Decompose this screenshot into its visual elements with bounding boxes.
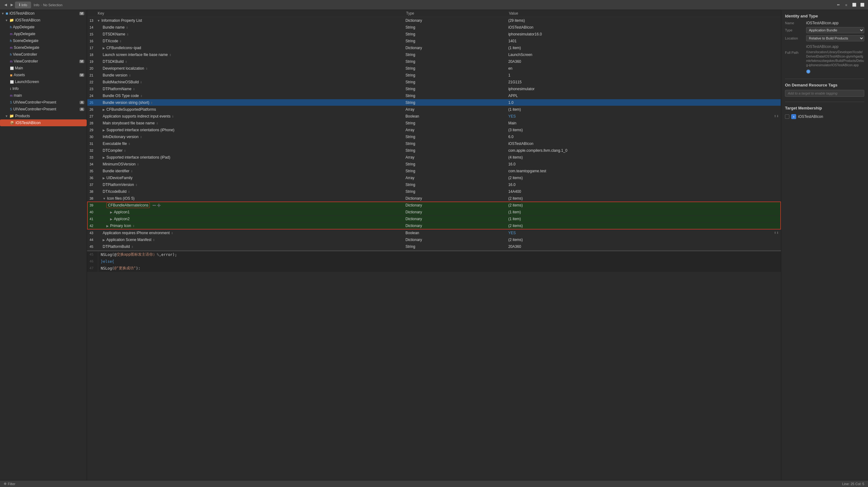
table-row[interactable]: 28 Main storyboard file base name⇕ Strin… xyxy=(87,120,781,127)
table-row[interactable]: 36 ▶UIDeviceFamily Array (2 items) xyxy=(87,175,781,181)
stepper[interactable]: ⇕ xyxy=(124,149,126,152)
target-checkbox[interactable] xyxy=(785,115,789,119)
stepper[interactable]: ⇕ xyxy=(131,245,134,248)
minus-btn[interactable]: ➖ xyxy=(152,204,156,207)
stepper[interactable]: ⇕ xyxy=(172,115,174,118)
table-row[interactable]: 31 Executable file⇕ String iOSTestABIcon xyxy=(87,140,781,147)
expand-btn[interactable]: ▶ xyxy=(102,128,105,132)
forward-button[interactable]: ▶ xyxy=(9,2,15,8)
sidebar-item-project[interactable]: ▼ ■ iOSTestABIcon M xyxy=(0,10,87,17)
sidebar-item-group[interactable]: ▼ 📁 iOSTestABIcon xyxy=(0,17,87,24)
table-row[interactable]: 17 ▶CFBundleIcons~ipad Dictionary (1 ite… xyxy=(87,44,781,51)
table-row[interactable]: 29 ▶Supported interface orientations (iP… xyxy=(87,127,781,133)
table-row[interactable]: 38 DTXcodeBuild⇕ String 14A400 xyxy=(87,188,781,195)
plist-scroll[interactable]: Key Type Value 13 ▼Information Property … xyxy=(87,10,781,480)
stepper[interactable]: ⇕ xyxy=(133,88,135,91)
sidebar-item-launchscreen[interactable]: ⬜ LaunchScreen xyxy=(0,79,87,85)
expand-btn[interactable]: ▼ xyxy=(102,197,106,200)
table-row[interactable]: 33 ▶Supported interface orientations (iP… xyxy=(87,154,781,161)
table-row[interactable]: 21 Bundle version⇕ String 1 xyxy=(87,72,781,79)
sidebar-item-viewcontroller-h[interactable]: h ViewController xyxy=(0,51,87,58)
sidebar-item-uivc2[interactable]: S UIViewController+Present A xyxy=(0,106,87,113)
choose-path-button[interactable] xyxy=(806,69,810,74)
table-row[interactable]: 14 Bundle name⇕ String iOSTestABIcon xyxy=(87,24,781,31)
stepper[interactable]: ⇕ xyxy=(140,95,143,98)
stepper[interactable]: ⇕ xyxy=(129,74,131,77)
expand-btn[interactable]: ▶ xyxy=(102,108,105,111)
stepper[interactable]: ⇕ xyxy=(119,40,122,43)
tag-input[interactable] xyxy=(785,90,864,97)
sidebar-item-uivc1[interactable]: S UIViewController+Present A xyxy=(0,99,87,106)
expand-btn[interactable]: ▶ xyxy=(106,224,109,227)
table-row[interactable]: 43 Application requires iPhone environme… xyxy=(87,229,781,236)
cfbundle-alternate-icons-row[interactable]: 39 CFBundleAlternateIcons ➖ ➕ Dictionary… xyxy=(87,202,781,209)
sidebar-item-viewcontroller-m[interactable]: m ViewController M xyxy=(0,58,87,65)
stepper[interactable]: ⇕ xyxy=(153,239,155,242)
toolbar-action-2[interactable]: ≡ xyxy=(843,2,849,8)
type-select[interactable]: Application Bundle xyxy=(806,27,864,33)
expand-btn[interactable]: ▼ xyxy=(97,19,100,22)
sidebar-item-assets[interactable]: ◼ Assets M xyxy=(0,71,87,79)
expand-btn[interactable]: ▶ xyxy=(102,46,105,50)
table-row[interactable]: 35 Bundle identifier⇕ String com.teamtop… xyxy=(87,168,781,175)
stepper[interactable]: ⇕ xyxy=(132,224,135,227)
stepper[interactable]: ⇕ xyxy=(127,33,129,36)
expand-btn[interactable]: ▶ xyxy=(110,211,113,214)
table-row[interactable]: 37 DTPlatformVersion⇕ String 16.0 xyxy=(87,181,781,188)
toolbar-action-3[interactable]: ⬜ xyxy=(851,2,858,8)
sidebar-item-main[interactable]: ⬜ Main xyxy=(0,65,87,71)
stepper[interactable]: ⇕ xyxy=(128,143,131,146)
stepper[interactable]: ⇕ xyxy=(135,183,138,187)
sidebar-item-scenedelegate-h[interactable]: h SceneDelegate xyxy=(0,37,87,44)
table-row[interactable]: 16 DTXcode⇕ String 1401 xyxy=(87,38,781,44)
bool-stepper[interactable]: ⬆⬇ xyxy=(774,115,779,118)
table-row[interactable]: 19 DTSDKBuild⇕ String 20A360 xyxy=(87,58,781,65)
table-row[interactable]: 22 BuildMachineOSBuild⇕ String 21G115 xyxy=(87,79,781,86)
sidebar-item-products[interactable]: ▼ 📁 Products xyxy=(0,113,87,119)
toolbar-action-1[interactable]: ⬅ xyxy=(835,2,841,8)
expand-btn[interactable]: ▶ xyxy=(110,217,113,221)
stepper[interactable]: ⇕ xyxy=(125,60,127,63)
stepper[interactable]: ⇕ xyxy=(140,81,143,84)
table-row[interactable]: 27 Application supports indirect input e… xyxy=(87,113,781,120)
sidebar-item-appdelegate-h[interactable]: h AppDelegate xyxy=(0,24,87,30)
stepper[interactable]: ⇕ xyxy=(137,163,139,166)
table-row[interactable]: 42 ▶Primary Icon⇕ Dictionary (2 items) xyxy=(87,222,781,229)
stepper[interactable]: ⇕ xyxy=(126,26,128,29)
table-row[interactable]: 38 ▼Icon files (iOS 5) Dictionary (2 ite… xyxy=(87,195,781,202)
table-row[interactable]: 32 DTCompiler⇕ String com.apple.compiler… xyxy=(87,147,781,154)
table-row[interactable]: 24 Bundle OS Type code⇕ String APPL xyxy=(87,92,781,99)
table-row[interactable]: 41 ▶AppIcon2 Dictionary (1 item) xyxy=(87,215,781,222)
plus-btn[interactable]: ➕ xyxy=(157,204,161,207)
stepper[interactable]: ⇕ xyxy=(169,54,172,57)
table-row[interactable]: 44 ▶Application Scene Manifest⇕ Dictiona… xyxy=(87,236,781,243)
bool-stepper2[interactable]: ⬆⬇ xyxy=(774,231,779,235)
stepper[interactable]: ⇕ xyxy=(146,67,148,70)
table-row[interactable]: 15 DTSDKName⇕ String iphonesimulator16.0 xyxy=(87,31,781,38)
table-row[interactable]: 20 Development localization⇕ String en xyxy=(87,65,781,72)
expand-btn[interactable]: ▶ xyxy=(102,176,105,180)
stepper[interactable]: ⇕ xyxy=(151,101,153,104)
table-row[interactable]: 45 DTPlatformBuild⇕ String 20A360 xyxy=(87,243,781,250)
table-row[interactable]: 30 InfoDictionary version⇕ String 6.0 xyxy=(87,133,781,140)
sidebar-item-product-app[interactable]: 📦 iOSTestABIcon xyxy=(0,119,87,126)
table-row[interactable]: 26 ▶CFBundleSupportedPlatforms Array (1 … xyxy=(87,106,781,113)
stepper[interactable]: ⇕ xyxy=(128,190,130,193)
sidebar-item-scenedelegate-m[interactable]: m SceneDelegate xyxy=(0,44,87,51)
table-row[interactable]: 23 DTPlatformName⇕ String iphonesimulato… xyxy=(87,86,781,92)
stepper[interactable]: ⇕ xyxy=(140,135,143,139)
sidebar-item-appdelegate-m[interactable]: m AppDelegate xyxy=(0,30,87,37)
sidebar-item-main-m[interactable]: m main xyxy=(0,92,87,99)
stepper[interactable]: ⇕ xyxy=(156,122,159,125)
expand-btn[interactable]: ▶ xyxy=(102,238,105,242)
table-row[interactable]: 18 Launch screen interface file base nam… xyxy=(87,51,781,58)
back-button[interactable]: ◀ xyxy=(2,2,9,8)
sidebar-item-info[interactable]: ℹ Info xyxy=(0,85,87,92)
toolbar-action-4[interactable]: ⬜ xyxy=(859,2,866,8)
expand-btn[interactable]: ▶ xyxy=(102,156,105,159)
info-tab[interactable]: ℹ Info xyxy=(15,2,31,8)
stepper[interactable]: ⇕ xyxy=(171,232,174,235)
table-row[interactable]: 40 ▶AppIcon1 Dictionary (1 item) xyxy=(87,209,781,215)
table-row[interactable]: 25 Bundle version string (short)⇕ String… xyxy=(87,99,781,106)
stepper[interactable]: ⇕ xyxy=(131,170,133,173)
